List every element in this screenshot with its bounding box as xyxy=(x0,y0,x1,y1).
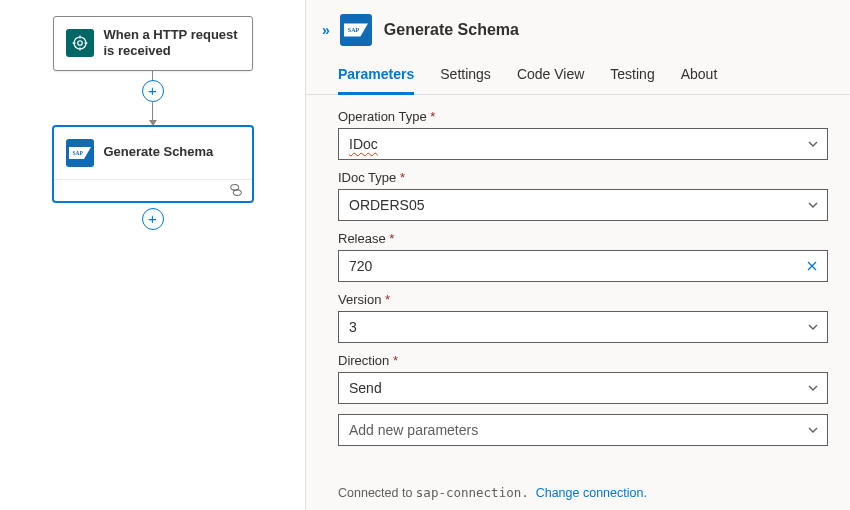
release-value: 720 xyxy=(349,258,372,274)
panel-tabs: Parameters Settings Code View Testing Ab… xyxy=(306,48,850,95)
action-detail-panel: » SAP Generate Schema Parameters Setting… xyxy=(305,0,850,510)
tab-settings[interactable]: Settings xyxy=(440,66,491,94)
svg-text:SAP: SAP xyxy=(348,27,360,33)
sap-icon: SAP xyxy=(66,139,94,167)
idoc-type-label: IDoc Type * xyxy=(338,170,828,185)
chevron-down-icon xyxy=(807,424,819,436)
node-sap-title: Generate Schema xyxy=(104,144,214,160)
clear-icon[interactable] xyxy=(805,259,819,273)
connection-name: sap-connection. xyxy=(416,485,529,500)
version-value: 3 xyxy=(349,319,357,335)
direction-label: Direction * xyxy=(338,353,828,368)
add-new-parameters-label: Add new parameters xyxy=(349,422,478,438)
chevron-down-icon xyxy=(807,382,819,394)
svg-point-1 xyxy=(77,41,82,46)
edge-arrow-icon xyxy=(149,120,157,126)
svg-point-0 xyxy=(74,37,86,49)
add-step-button[interactable]: + xyxy=(142,80,164,102)
change-connection-link[interactable]: Change connection. xyxy=(536,486,647,500)
connection-icon xyxy=(228,184,244,196)
tab-parameters[interactable]: Parameters xyxy=(338,66,414,95)
add-step-button[interactable]: + xyxy=(142,208,164,230)
version-select[interactable]: 3 xyxy=(338,311,828,343)
operation-type-value: IDoc xyxy=(349,136,378,152)
release-label: Release * xyxy=(338,231,828,246)
node-http-title: When a HTTP request is received xyxy=(104,27,240,60)
panel-title: Generate Schema xyxy=(384,21,519,39)
tab-codeview[interactable]: Code View xyxy=(517,66,584,94)
svg-text:SAP: SAP xyxy=(72,150,83,156)
operation-type-label: Operation Type * xyxy=(338,109,828,124)
sap-icon: SAP xyxy=(340,14,372,46)
release-input[interactable]: 720 xyxy=(338,250,828,282)
direction-select[interactable]: Send xyxy=(338,372,828,404)
workflow-canvas: When a HTTP request is received + SAP Ge… xyxy=(0,0,305,510)
direction-value: Send xyxy=(349,380,382,396)
node-http-trigger[interactable]: When a HTTP request is received xyxy=(53,16,253,71)
tab-testing[interactable]: Testing xyxy=(610,66,654,94)
idoc-type-value: ORDERS05 xyxy=(349,197,424,213)
add-new-parameters-select[interactable]: Add new parameters xyxy=(338,414,828,446)
version-label: Version * xyxy=(338,292,828,307)
node-generate-schema[interactable]: SAP Generate Schema xyxy=(53,126,253,202)
chevron-down-icon xyxy=(807,321,819,333)
operation-type-select[interactable]: IDoc xyxy=(338,128,828,160)
connection-status: Connected to sap-connection. Change conn… xyxy=(306,481,850,510)
chevron-down-icon xyxy=(807,199,819,211)
collapse-panel-button[interactable]: » xyxy=(322,22,328,38)
parameters-form: Operation Type * IDoc IDoc Type * ORDERS… xyxy=(306,95,850,481)
tab-about[interactable]: About xyxy=(681,66,718,94)
http-trigger-icon xyxy=(66,29,94,57)
idoc-type-select[interactable]: ORDERS05 xyxy=(338,189,828,221)
edge xyxy=(152,101,153,121)
chevron-down-icon xyxy=(807,138,819,150)
